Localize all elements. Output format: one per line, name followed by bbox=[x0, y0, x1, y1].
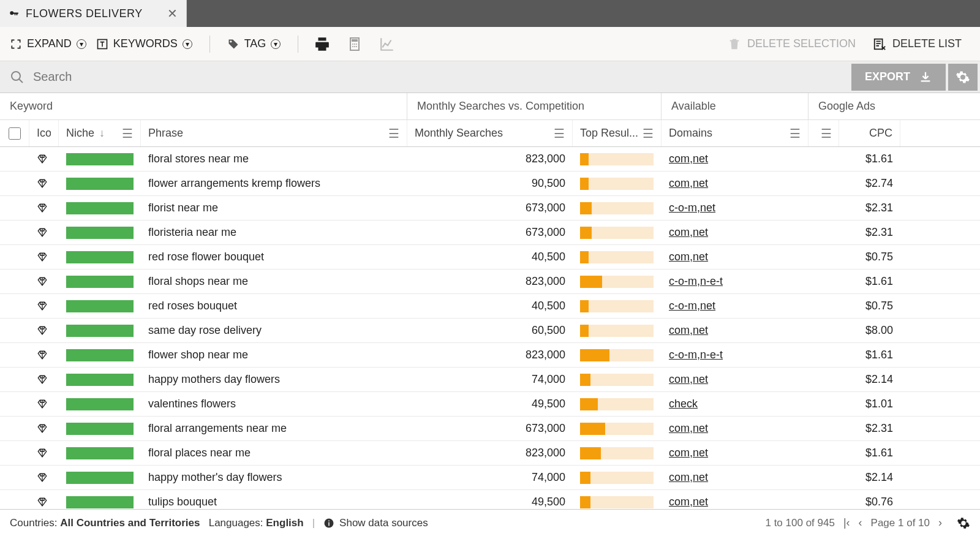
row-icon[interactable] bbox=[29, 368, 59, 391]
domain-link[interactable]: net bbox=[693, 471, 708, 484]
domain-link[interactable]: com bbox=[669, 153, 690, 165]
table-row[interactable]: floral shops near me823,000c-o-m, n-e-t$… bbox=[0, 270, 980, 294]
table-row[interactable]: red rose flower bouquet40,500com, net$0.… bbox=[0, 245, 980, 270]
table-row[interactable]: valentines flowers49,500check$1.01 bbox=[0, 392, 980, 417]
column-menu-icon[interactable]: ☰ bbox=[638, 126, 654, 141]
domain-link[interactable]: net bbox=[693, 373, 708, 386]
col-monthly[interactable]: Monthly Searches ☰ bbox=[407, 120, 573, 146]
export-button[interactable]: EXPORT bbox=[851, 64, 946, 91]
table-row[interactable]: floristeria near me673,000com, net$2.31 bbox=[0, 221, 980, 245]
column-menu-icon[interactable]: ☰ bbox=[383, 126, 399, 141]
domain-link[interactable]: com bbox=[669, 177, 690, 190]
settings-button[interactable] bbox=[948, 64, 978, 91]
table-row[interactable]: floral stores near me823,000com, net$1.6… bbox=[0, 147, 980, 172]
col-top[interactable]: Top Resul... ☰ bbox=[573, 120, 662, 146]
table-row[interactable]: floral arrangements near me673,000com, n… bbox=[0, 417, 980, 441]
delete-list-button[interactable]: DELETE LIST bbox=[864, 37, 970, 51]
domain-link[interactable]: net bbox=[693, 496, 708, 508]
domain-link[interactable]: com bbox=[669, 496, 690, 508]
domain-link[interactable]: c-o-m bbox=[669, 300, 697, 312]
domain-link[interactable]: net bbox=[693, 251, 708, 263]
row-check bbox=[0, 466, 29, 489]
row-icon[interactable] bbox=[29, 417, 59, 440]
column-menu-icon[interactable]: ☰ bbox=[117, 126, 133, 141]
languages-value[interactable]: English bbox=[266, 517, 303, 529]
calculator-button[interactable] bbox=[339, 36, 371, 52]
row-icon[interactable] bbox=[29, 490, 59, 509]
domain-link[interactable]: com bbox=[669, 471, 690, 484]
table-row[interactable]: flower arrangements kremp flowers90,500c… bbox=[0, 172, 980, 196]
prev-page-button[interactable]: ‹ bbox=[859, 516, 862, 529]
col-domains[interactable]: Domains ☰ bbox=[662, 120, 809, 146]
row-icon[interactable] bbox=[29, 270, 59, 293]
row-icon[interactable] bbox=[29, 294, 59, 318]
domain-link[interactable]: c-o-m bbox=[669, 202, 697, 214]
domain-link[interactable]: com bbox=[669, 373, 690, 386]
next-page-button[interactable]: › bbox=[938, 516, 942, 529]
print-button[interactable] bbox=[306, 36, 339, 52]
column-menu-icon[interactable]: ☰ bbox=[785, 126, 801, 141]
domain-link[interactable]: net bbox=[693, 447, 708, 459]
domain-link[interactable]: net bbox=[693, 324, 708, 337]
expand-button[interactable]: EXPAND ▾ bbox=[10, 37, 86, 50]
col-extra[interactable]: ☰ bbox=[809, 120, 839, 146]
domain-link[interactable]: n-e-t bbox=[700, 349, 723, 361]
row-icon[interactable] bbox=[29, 245, 59, 269]
col-niche[interactable]: Niche ↓ ☰ bbox=[59, 120, 141, 146]
row-icon[interactable] bbox=[29, 441, 59, 465]
tag-button[interactable]: TAG ▾ bbox=[217, 37, 291, 50]
domain-link[interactable]: net bbox=[693, 226, 708, 239]
table-row[interactable]: red roses bouquet40,500c-o-m, net$0.75 bbox=[0, 294, 980, 319]
select-all-checkbox[interactable] bbox=[0, 120, 29, 146]
table-row[interactable]: florist near me673,000c-o-m, net$2.31 bbox=[0, 196, 980, 221]
row-icon[interactable] bbox=[29, 147, 59, 171]
close-icon[interactable]: ✕ bbox=[167, 6, 178, 21]
domain-link[interactable]: net bbox=[700, 300, 715, 312]
table-row[interactable]: flower shop near me823,000c-o-m, n-e-t$1… bbox=[0, 343, 980, 368]
domains-cell: com, net bbox=[662, 417, 809, 440]
domain-link[interactable]: net bbox=[693, 153, 708, 165]
domain-link[interactable]: net bbox=[693, 422, 708, 435]
table-row[interactable]: happy mothers day flowers74,000com, net$… bbox=[0, 368, 980, 392]
col-icon[interactable]: Icon bbox=[29, 120, 59, 146]
domain-link[interactable]: check bbox=[669, 398, 698, 410]
domain-link[interactable]: c-o-m bbox=[669, 275, 697, 288]
diamond-icon bbox=[37, 154, 48, 165]
domain-link[interactable]: net bbox=[700, 202, 715, 214]
svg-point-7 bbox=[352, 46, 353, 47]
search-input[interactable] bbox=[33, 70, 839, 84]
domain-link[interactable]: com bbox=[669, 251, 690, 263]
domain-link[interactable]: n-e-t bbox=[700, 275, 723, 288]
row-icon[interactable] bbox=[29, 221, 59, 244]
row-icon[interactable] bbox=[29, 172, 59, 195]
table-row[interactable]: same day rose delivery60,500com, net$8.0… bbox=[0, 319, 980, 343]
chart-button[interactable] bbox=[371, 36, 404, 52]
domain-link[interactable]: com bbox=[669, 447, 690, 459]
domain-link[interactable]: net bbox=[693, 177, 708, 190]
keywords-button[interactable]: KEYWORDS ▾ bbox=[96, 37, 192, 50]
extra-cell bbox=[809, 441, 839, 465]
domain-link[interactable]: c-o-m bbox=[669, 349, 697, 361]
column-menu-icon[interactable]: ☰ bbox=[549, 126, 565, 141]
domain-link[interactable]: com bbox=[669, 226, 690, 239]
col-cpc[interactable]: CPC bbox=[839, 120, 900, 146]
domain-link[interactable]: com bbox=[669, 422, 690, 435]
row-icon[interactable] bbox=[29, 319, 59, 342]
column-menu-icon[interactable]: ☰ bbox=[816, 126, 832, 141]
row-icon[interactable] bbox=[29, 343, 59, 367]
show-sources-link[interactable]: Show data sources bbox=[339, 517, 428, 529]
gear-icon[interactable] bbox=[957, 516, 970, 530]
domain-link[interactable]: com bbox=[669, 324, 690, 337]
row-icon[interactable] bbox=[29, 466, 59, 489]
table-row[interactable]: floral places near me823,000com, net$1.6… bbox=[0, 441, 980, 466]
delete-selection-button[interactable]: DELETE SELECTION bbox=[719, 37, 864, 51]
col-phrase[interactable]: Phrase ☰ bbox=[141, 120, 407, 146]
countries-value[interactable]: All Countries and Territories bbox=[60, 517, 200, 529]
row-icon[interactable] bbox=[29, 392, 59, 416]
niche-cell bbox=[59, 147, 141, 171]
first-page-button[interactable]: |‹ bbox=[843, 516, 850, 529]
table-row[interactable]: happy mother's day flowers74,000com, net… bbox=[0, 466, 980, 490]
row-icon[interactable] bbox=[29, 196, 59, 220]
tab-flowers-delivery[interactable]: FLOWERS DELIVERY ✕ bbox=[0, 0, 187, 27]
table-row[interactable]: tulips bouquet49,500com, net$0.76 bbox=[0, 490, 980, 509]
